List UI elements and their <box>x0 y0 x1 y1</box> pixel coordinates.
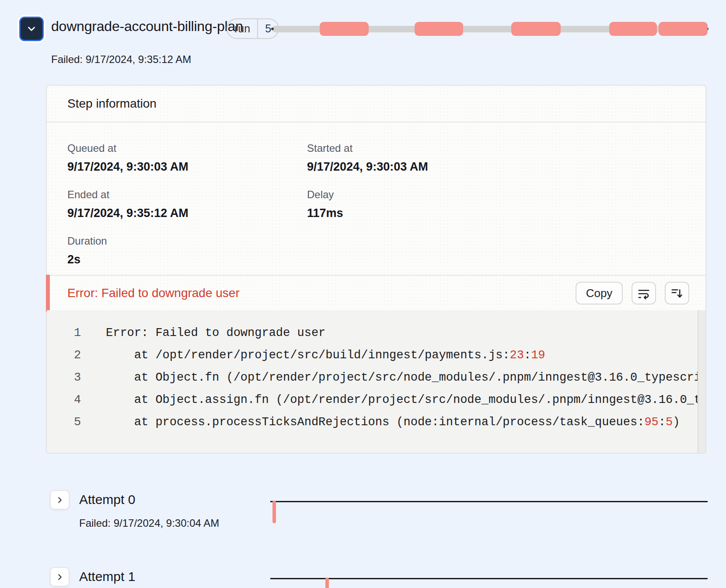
field-ended-at: Ended at9/17/2024, 9:35:12 AM <box>67 188 188 220</box>
field-value: 2s <box>67 252 107 267</box>
code-line: 4 at Object.assign.fn (/opt/render/proje… <box>47 388 705 411</box>
field-value: 9/17/2024, 9:30:03 AM <box>67 159 188 174</box>
timeline-start-dot <box>271 28 274 30</box>
wrap-text-button[interactable] <box>632 282 656 304</box>
field-label: Duration <box>67 234 107 248</box>
chevron-down-icon <box>26 23 37 35</box>
run-pill-label: run <box>227 19 257 38</box>
code-scrollbar[interactable] <box>698 310 705 453</box>
line-number: 4 <box>47 393 106 406</box>
step-info-header: Step information <box>47 86 705 122</box>
code-text: at Object.fn (/opt/render/project/src/no… <box>106 371 705 384</box>
timeline-segment[interactable] <box>415 22 463 36</box>
attempt-tick[interactable] <box>272 500 276 523</box>
attempt-tick[interactable] <box>325 578 329 588</box>
stack-trace: 1Error: Failed to downgrade user2 at /op… <box>47 310 705 453</box>
expand-run-button[interactable] <box>19 17 44 41</box>
timeline-segment[interactable] <box>609 22 657 36</box>
error-message: Error: Failed to downgrade user <box>67 286 240 300</box>
field-duration: Duration2s <box>67 234 107 267</box>
field-label: Delay <box>307 188 343 201</box>
field-started-at: Started at9/17/2024, 9:30:03 AM <box>307 142 428 174</box>
error-accent-bar <box>46 275 50 312</box>
field-label: Queued at <box>67 142 188 155</box>
run-status: Failed: 9/17/2024, 9:35:12 AM <box>51 53 191 66</box>
field-label: Ended at <box>67 188 188 201</box>
scroll-to-bottom-icon <box>670 287 684 300</box>
copy-button[interactable]: Copy <box>576 282 623 304</box>
code-line: 2 at /opt/render/project/src/build/innge… <box>47 344 705 366</box>
attempt-timeline-line <box>270 501 708 502</box>
run-timeline <box>272 18 708 40</box>
step-info-title: Step information <box>67 97 157 111</box>
code-text: at Object.assign.fn (/opt/render/project… <box>106 393 705 406</box>
field-delay: Delay117ms <box>307 188 343 220</box>
attempt-timeline-line <box>270 578 708 579</box>
timeline-segment[interactable] <box>659 22 708 36</box>
attempt-label: Attempt 1 <box>79 569 135 584</box>
error-actions: Copy <box>576 282 689 304</box>
chevron-right-icon <box>55 495 65 505</box>
attempt-label: Attempt 0 <box>79 492 135 507</box>
code-text: at process.processTicksAndRejections (no… <box>106 416 680 429</box>
attempt-expand-button[interactable] <box>50 567 70 587</box>
code-text: Error: Failed to downgrade user <box>106 326 325 340</box>
timeline-segment[interactable] <box>320 22 369 36</box>
field-value: 117ms <box>307 206 343 220</box>
timeline-segment[interactable] <box>511 22 561 36</box>
field-value: 9/17/2024, 9:30:03 AM <box>307 159 428 174</box>
line-number: 2 <box>47 349 106 362</box>
field-queued-at: Queued at9/17/2024, 9:30:03 AM <box>67 142 188 174</box>
field-value: 9/17/2024, 9:35:12 AM <box>67 206 188 220</box>
code-line: 1Error: Failed to downgrade user <box>47 322 705 344</box>
chevron-right-icon <box>55 572 65 582</box>
line-number: 3 <box>47 371 106 384</box>
step-info-fields: Queued at9/17/2024, 9:30:03 AMStarted at… <box>47 122 705 275</box>
step-info-card: Step information Queued at9/17/2024, 9:3… <box>46 85 706 454</box>
attempt-status: Failed: 9/17/2024, 9:30:04 AM <box>79 517 219 529</box>
code-line: 3 at Object.fn (/opt/render/project/src/… <box>47 366 705 388</box>
wrap-text-icon <box>637 287 650 300</box>
code-line: 5 at process.processTicksAndRejections (… <box>47 411 705 433</box>
code-text: at /opt/render/project/src/build/inngest… <box>106 349 545 362</box>
scroll-to-bottom-button[interactable] <box>665 282 689 304</box>
attempt-expand-button[interactable] <box>50 490 70 510</box>
line-number: 5 <box>47 416 106 429</box>
line-number: 1 <box>47 326 106 340</box>
field-label: Started at <box>307 142 428 155</box>
error-banner: Error: Failed to downgrade user Copy <box>47 275 705 310</box>
